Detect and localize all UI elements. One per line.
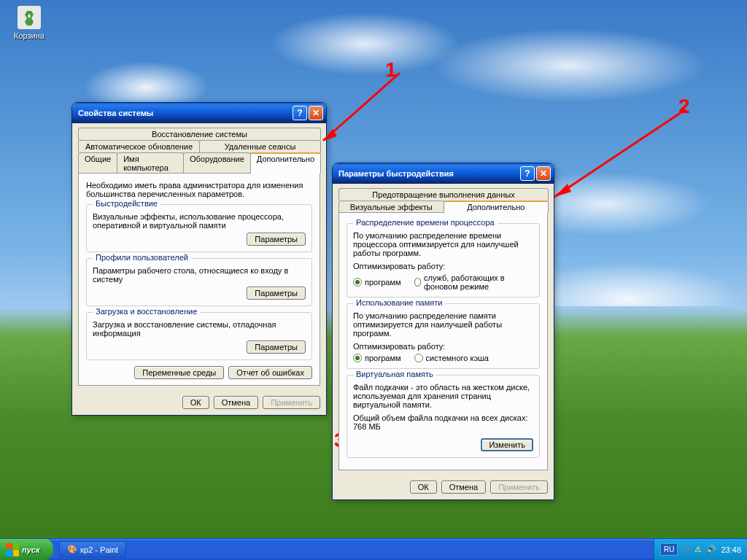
error-report-button[interactable]: Отчет об ошибках: [228, 366, 312, 379]
clock[interactable]: 23:48: [721, 545, 741, 554]
group-startup-title: Загрузка и восстановление: [93, 307, 200, 316]
change-vmem-button[interactable]: Изменить: [481, 438, 533, 451]
group-memory: Использование памяти По умолчанию распре…: [347, 303, 540, 369]
radio-cpu-services[interactable]: служб, работающих в фоновом режиме: [414, 273, 533, 291]
radio-mem-cache[interactable]: системного кэша: [414, 354, 489, 362]
cancel-button[interactable]: Отмена: [214, 396, 258, 409]
recycle-bin[interactable]: Корзина: [7, 6, 51, 40]
performance-settings-button[interactable]: Параметры: [247, 233, 306, 246]
group-profiles-title: Профили пользователей: [93, 253, 191, 262]
group-cpu-title: Распределение времени процессора: [353, 218, 498, 227]
cpu-optimize-label: Оптимизировать работу:: [353, 262, 533, 271]
titlebar-performance-options[interactable]: Параметры быстродействия ? ✕: [333, 163, 554, 184]
group-memory-desc: По умолчанию распределение памяти оптими…: [353, 311, 533, 338]
performance-options-window: Параметры быстродействия ? ✕ Предотвраще…: [332, 163, 554, 500]
dialog-button-row: ОК Отмена Применить: [72, 392, 326, 415]
taskbar-item-paint[interactable]: 🎨 xp2 - Paint: [59, 541, 127, 558]
system-tray: RU 🛡 ⚠ 🔊 23:48: [654, 539, 747, 560]
tab-computer-name[interactable]: Имя компьютера: [117, 152, 184, 174]
window-title: Параметры быстродействия: [338, 169, 454, 178]
start-button[interactable]: пуск: [0, 539, 53, 560]
paint-icon: 🎨: [67, 545, 77, 554]
tray-icon-volume[interactable]: 🔊: [706, 545, 716, 554]
tab-panel: Необходимо иметь права администратора дл…: [78, 173, 320, 386]
radio-cpu-programs-label: программ: [365, 278, 401, 287]
startup-settings-button[interactable]: Параметры: [247, 341, 306, 354]
taskbar: пуск 🎨 xp2 - Paint RU 🛡 ⚠ 🔊 23:48: [0, 538, 747, 560]
tray-icon-network[interactable]: ⚠: [694, 545, 702, 554]
group-vmem-title: Виртуальная память: [353, 370, 436, 378]
tab-dep[interactable]: Предотвращение выполнения данных: [338, 188, 549, 201]
radio-cpu-programs[interactable]: программ: [353, 278, 401, 287]
apply-button[interactable]: Применить: [263, 396, 320, 409]
tab-remote[interactable]: Удаленные сеансы: [199, 140, 321, 152]
tabstrip: Предотвращение выполнения данных Визуаль…: [338, 188, 548, 213]
windows-logo-icon: [6, 543, 19, 556]
group-performance-title: Быстродействие: [93, 199, 160, 208]
group-vmem-desc: Файл подкачки - это область на жестком д…: [353, 383, 533, 409]
vmem-total: Общий объем файла подкачки на всех диска…: [353, 413, 533, 431]
recycle-bin-icon: [18, 6, 41, 29]
group-profiles-desc: Параметры рабочего стола, относящиеся ко…: [93, 266, 306, 284]
radio-mem-programs-label: программ: [365, 354, 401, 362]
group-startup: Загрузка и восстановление Загрузка и вос…: [86, 312, 312, 360]
dialog-button-row: ОК Отмена Применить: [333, 476, 554, 499]
tab-system-restore[interactable]: Восстановление системы: [78, 128, 321, 140]
tab-advanced[interactable]: Дополнительно: [250, 152, 321, 174]
group-profiles: Профили пользователей Параметры рабочего…: [86, 258, 312, 306]
admin-note: Необходимо иметь права администратора дл…: [86, 181, 312, 198]
tab-panel: Распределение времени процессора По умол…: [338, 212, 548, 470]
system-properties-window: Свойства системы ? ✕ Восстановление сист…: [71, 102, 327, 416]
recycle-bin-label: Корзина: [7, 31, 51, 40]
group-cpu-time: Распределение времени процессора По умол…: [347, 223, 540, 298]
group-memory-title: Использование памяти: [353, 298, 445, 307]
close-button[interactable]: ✕: [536, 166, 551, 181]
tab-advanced[interactable]: Дополнительно: [444, 201, 549, 213]
help-button[interactable]: ?: [293, 106, 307, 120]
env-vars-button[interactable]: Переменные среды: [134, 366, 224, 379]
group-performance: Быстродействие Визуальные эффекты, испол…: [86, 204, 312, 252]
group-cpu-desc: По умолчанию распределение времени проце…: [353, 231, 533, 257]
close-button[interactable]: ✕: [309, 106, 323, 120]
profiles-settings-button[interactable]: Параметры: [247, 287, 306, 300]
titlebar-system-properties[interactable]: Свойства системы ? ✕: [72, 103, 326, 123]
mem-optimize-label: Оптимизировать работу:: [353, 342, 533, 351]
radio-mem-programs[interactable]: программ: [353, 354, 401, 362]
tabstrip: Восстановление системы Автоматическое об…: [78, 128, 320, 174]
language-indicator[interactable]: RU: [660, 543, 678, 556]
radio-cpu-services-label: служб, работающих в фоновом режиме: [424, 273, 533, 291]
start-label: пуск: [22, 545, 40, 554]
help-button[interactable]: ?: [520, 166, 535, 181]
cancel-button[interactable]: Отмена: [441, 481, 486, 494]
group-performance-desc: Визуальные эффекты, использование процес…: [93, 212, 306, 230]
apply-button[interactable]: Применить: [490, 481, 548, 494]
tab-hardware[interactable]: Оборудование: [183, 152, 251, 174]
tab-general[interactable]: Общие: [78, 152, 117, 174]
radio-mem-cache-label: системного кэша: [426, 354, 489, 362]
taskbar-item-label: xp2 - Paint: [80, 545, 119, 554]
tab-auto-update[interactable]: Автоматическое обновление: [78, 140, 200, 152]
group-startup-desc: Загрузка и восстановление системы, отлад…: [93, 320, 306, 338]
ok-button[interactable]: ОК: [410, 481, 437, 494]
tab-visual-effects[interactable]: Визуальные эффекты: [338, 201, 444, 213]
group-virtual-memory: Виртуальная память Файл подкачки - это о…: [347, 375, 540, 458]
ok-button[interactable]: ОК: [182, 396, 209, 409]
tray-icon-security[interactable]: 🛡: [682, 545, 690, 554]
window-title: Свойства системы: [78, 109, 153, 117]
